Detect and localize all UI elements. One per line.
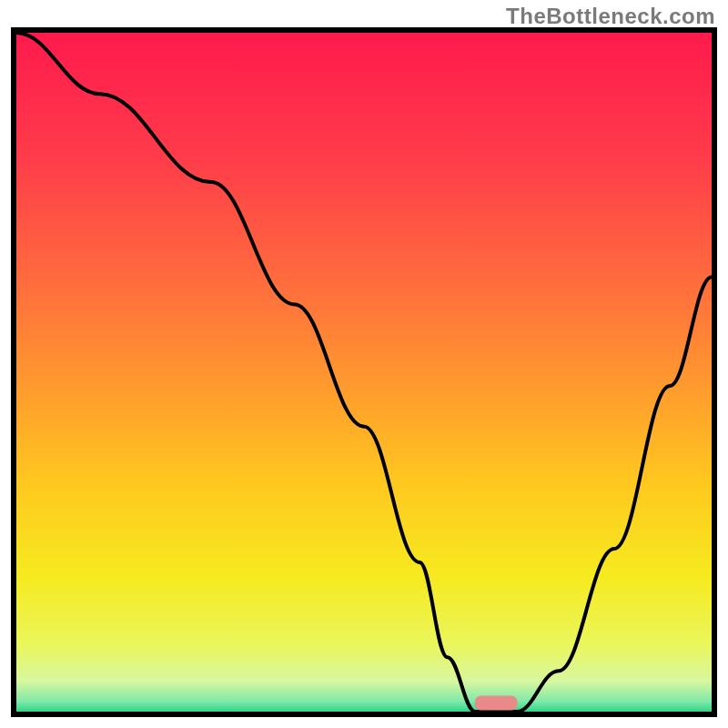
chart-frame bbox=[11, 27, 717, 717]
watermark-text: TheBottleneck.com bbox=[506, 4, 715, 29]
optimal-marker bbox=[475, 696, 517, 710]
chart-svg bbox=[16, 33, 712, 712]
chart-background bbox=[16, 33, 712, 712]
